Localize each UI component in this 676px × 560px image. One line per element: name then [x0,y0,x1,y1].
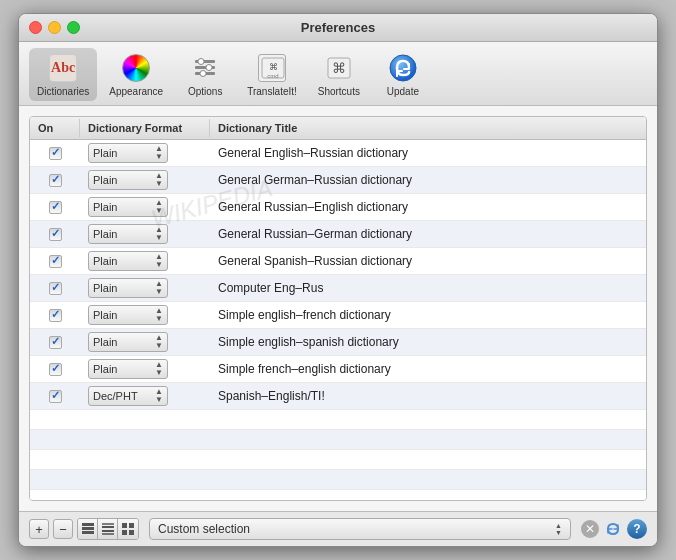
chevron-up-icon: ▲ [555,522,562,529]
content-area: On Dictionary Format Dictionary Title WI… [19,106,657,511]
dictionary-table: On Dictionary Format Dictionary Title WI… [29,116,647,501]
cell-format: Plain▲▼ [80,329,210,355]
checkbox[interactable] [49,201,62,214]
remove-dictionary-button[interactable]: − [53,519,73,539]
cell-on [30,417,80,423]
collapse-button[interactable] [98,519,118,539]
close-button[interactable] [29,21,42,34]
checkbox[interactable] [49,147,62,160]
col-on: On [30,119,80,137]
options-icon-wrapper [189,52,221,84]
svg-text:cmd: cmd [267,73,278,79]
svg-rect-20 [129,523,134,528]
clear-button[interactable]: ✕ [581,520,599,538]
table-row-empty [30,470,646,490]
checkbox[interactable] [49,255,62,268]
cell-title: Simple english–spanish dictionary [210,332,646,352]
cell-on [30,252,80,271]
cell-format: Plain▲▼ [80,194,210,220]
cell-title: General English–Russian dictionary [210,143,646,163]
select-arrows: ▲▼ [155,199,163,215]
toolbar-item-options[interactable]: Options [175,48,235,101]
checkbox[interactable] [49,228,62,241]
table-row: Plain▲▼Computer Eng–Rus [30,275,646,302]
cell-title: Simple french–english dictionary [210,359,646,379]
checkbox[interactable] [49,390,62,403]
cell-on [30,306,80,325]
refresh-button[interactable] [603,519,623,539]
format-select[interactable]: Plain▲▼ [88,359,168,379]
cell-format: Plain▲▼ [80,275,210,301]
preferences-window: Preferences Abc Dictionaries Appearance [18,13,658,547]
format-select[interactable]: Plain▲▼ [88,278,168,298]
cell-title [210,437,646,443]
cell-title: Computer Eng–Rus [210,278,646,298]
cell-format: Plain▲▼ [80,221,210,247]
table-row-empty [30,490,646,500]
minimize-button[interactable] [48,21,61,34]
cell-title [210,417,646,423]
toolbar-label-appearance: Appearance [109,86,163,97]
cell-format [80,477,210,483]
checkbox[interactable] [49,336,62,349]
maximize-button[interactable] [67,21,80,34]
toolbar-item-translateit[interactable]: ⌘ cmd TranslateIt! [239,48,305,101]
cell-on [30,477,80,483]
cell-on [30,279,80,298]
format-select[interactable]: Plain▲▼ [88,251,168,271]
checkbox[interactable] [49,363,62,376]
table-row: Plain▲▼General Spanish–Russian dictionar… [30,248,646,275]
table-row: Plain▲▼Simple french–english dictionary [30,356,646,383]
expand-button[interactable] [118,519,138,539]
list-view-button[interactable] [78,519,98,539]
svg-point-3 [198,59,204,65]
help-button[interactable]: ? [627,519,647,539]
custom-selection-dropdown[interactable]: Custom selection ▲ ▼ [149,518,571,540]
checkbox[interactable] [49,309,62,322]
format-select[interactable]: Plain▲▼ [88,143,168,163]
select-arrows: ▲▼ [155,253,163,269]
cell-format [80,497,210,501]
title-bar: Preferences [19,14,657,42]
cell-format [80,457,210,463]
checkbox[interactable] [49,174,62,187]
dictionaries-icon-wrapper: Abc [47,52,79,84]
format-select[interactable]: Plain▲▼ [88,197,168,217]
table-row-empty [30,410,646,430]
translateit-icon: ⌘ cmd [258,54,286,82]
select-arrows: ▲▼ [155,172,163,188]
translateit-icon-wrapper: ⌘ cmd [256,52,288,84]
select-arrows: ▲▼ [155,226,163,242]
select-arrows: ▲▼ [155,145,163,161]
table-row-empty [30,450,646,470]
color-wheel-icon [122,54,150,82]
toolbar-item-update[interactable]: Update [373,48,433,101]
toolbar-label-update: Update [387,86,419,97]
checkbox[interactable] [49,282,62,295]
cell-title: Simple english–french dictionary [210,305,646,325]
select-arrows: ▲▼ [155,361,163,377]
cell-title: Spanish–English/TI! [210,386,646,406]
add-dictionary-button[interactable]: + [29,519,49,539]
format-select[interactable]: Plain▲▼ [88,170,168,190]
svg-text:⌘: ⌘ [269,62,278,72]
cell-on [30,144,80,163]
cell-format: Plain▲▼ [80,248,210,274]
svg-rect-12 [82,523,94,526]
dropdown-arrows: ▲ ▼ [555,522,562,536]
update-icon [388,53,418,83]
format-select[interactable]: Plain▲▼ [88,332,168,352]
toolbar-item-shortcuts[interactable]: ⌘ Shortcuts [309,48,369,101]
toolbar-item-appearance[interactable]: Appearance [101,48,171,101]
cell-format: Plain▲▼ [80,140,210,166]
update-icon-wrapper [387,52,419,84]
svg-rect-13 [82,527,94,530]
cell-title: General Russian–English dictionary [210,197,646,217]
format-select[interactable]: Plain▲▼ [88,224,168,244]
format-select[interactable]: Plain▲▼ [88,305,168,325]
select-arrows: ▲▼ [155,280,163,296]
cell-title: General German–Russian dictionary [210,170,646,190]
toolbar-item-dictionaries[interactable]: Abc Dictionaries [29,48,97,101]
traffic-lights [29,21,80,34]
format-select[interactable]: Dec/PHT▲▼ [88,386,168,406]
